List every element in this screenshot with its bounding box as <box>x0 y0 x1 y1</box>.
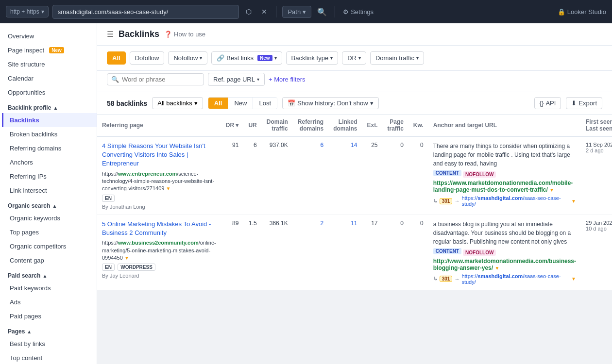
anchor-url: http://www.marketdomonationmedia.com/bus… <box>433 258 576 271</box>
cell-page-traffic: 0 <box>383 136 408 215</box>
cell-domain-traffic: 937.0K <box>262 136 293 215</box>
api-button[interactable]: {} API <box>534 97 561 109</box>
sidebar-item-content-gap[interactable]: Content gap <box>2 253 97 267</box>
redirect-domain[interactable]: smashdigital.com <box>477 273 523 279</box>
col-ext: Ext. <box>362 115 382 136</box>
tab-lost[interactable]: Lost <box>253 98 277 109</box>
sidebar-item-link-intersect[interactable]: Link intersect <box>2 183 97 198</box>
sidebar-item-anchors[interactable]: Anchors <box>2 155 97 169</box>
link-icon: 🔗 <box>217 54 224 62</box>
sidebar-item-referring-ips[interactable]: Referring IPs <box>2 169 97 183</box>
col-referring-domains: Referringdomains <box>293 115 328 136</box>
ref-page-url-filter-button[interactable]: Ref. page URL ▾ <box>208 73 265 86</box>
anchor-tag: NOFOLLOW <box>463 171 496 178</box>
search-icon[interactable]: 🔍 <box>315 5 329 18</box>
col-ur: UR <box>243 115 261 136</box>
url-domain[interactable]: www.entrepreneur.com <box>118 171 177 177</box>
filter-all-button[interactable]: All <box>107 51 126 65</box>
filter-dr-button[interactable]: DR ▾ <box>342 51 366 65</box>
cell-referring-page: 5 Online Marketing Mistakes To Avoid - B… <box>97 215 221 290</box>
filter-domain-traffic-button[interactable]: Domain traffic ▾ <box>370 51 424 65</box>
col-dr[interactable]: DR ▾ <box>221 115 244 136</box>
page-title-link[interactable]: 4 Simple Reasons Your Website Isn't Conv… <box>102 142 216 168</box>
new-badge: New <box>49 47 64 53</box>
show-history-button[interactable]: 📅 Show history: Don't show ▾ <box>282 97 379 109</box>
sidebar-item-ads[interactable]: Ads <box>2 295 97 309</box>
filters-row2: 🔍 Ref. page URL ▾ + More filters <box>97 71 612 92</box>
col-anchor-target-url: Anchor and target URL <box>428 115 581 136</box>
protocol-selector[interactable]: http + https ▾ <box>6 6 49 17</box>
sidebar-item-best-by-links[interactable]: Best by links <box>2 337 97 351</box>
cell-dates: 11 Sep 2022 2 d ago <box>581 136 612 215</box>
sidebar-section-paid-search[interactable]: Paid search ▲ <box>0 267 97 281</box>
sidebar-section-backlink-profile[interactable]: Backlink profile ▲ <box>0 99 97 113</box>
redirect-arrow-icon: → <box>454 198 459 204</box>
collapse-arrow-icon: ▲ <box>52 203 57 209</box>
sidebar-item-organic-keywords[interactable]: Organic keywords <box>2 211 97 225</box>
redirect-domain[interactable]: smashdigital.com <box>477 195 523 201</box>
search-icon: 🔍 <box>111 76 119 83</box>
close-icon[interactable]: ✕ <box>258 6 270 17</box>
cell-referring-domains: 2 <box>293 215 328 290</box>
sidebar-item-site-structure[interactable]: Site structure <box>0 57 97 71</box>
more-filters-button[interactable]: + More filters <box>269 76 306 83</box>
lock-icon: 🔒 <box>558 8 565 16</box>
anchor-url: https://www.marketdomonationmedia.com/mo… <box>433 180 576 193</box>
expand-redirect-icon[interactable]: ▼ <box>571 199 576 204</box>
question-icon: ❓ <box>164 31 172 38</box>
sidebar-item-paid-pages[interactable]: Paid pages <box>2 309 97 323</box>
redirect-row: ↳ 301 → https://smashdigital.com/saas-se… <box>433 273 576 285</box>
sidebar-item-opportunities[interactable]: Opportunities <box>0 85 97 99</box>
sidebar-section-organic-search[interactable]: Organic search ▲ <box>0 198 97 211</box>
export-button[interactable]: ⬇ Export <box>566 97 602 109</box>
chevron-down-icon: ▾ <box>274 55 277 61</box>
sidebar-item-overview[interactable]: Overview <box>0 29 97 43</box>
anchor-tag: NOFOLLOW <box>463 249 496 256</box>
divider <box>335 6 335 17</box>
url-domain[interactable]: www.business2community.com <box>118 240 199 246</box>
new-badge: New <box>257 55 272 61</box>
backlinks-count: 58 backlinks <box>107 99 147 107</box>
lang-tag: EN <box>102 264 115 271</box>
settings-link[interactable]: ⚙ Settings <box>343 8 374 16</box>
sidebar-item-top-pages[interactable]: Top pages <box>2 225 97 239</box>
all-backlinks-dropdown[interactable]: All backlinks ▾ <box>152 97 203 109</box>
expand-redirect-icon[interactable]: ▼ <box>571 276 576 281</box>
redirect-arrow-icon: → <box>454 276 459 282</box>
cell-linked-domains: 14 <box>328 136 362 215</box>
filter-dofollow-button[interactable]: Dofollow <box>130 51 165 65</box>
tab-new[interactable]: New <box>228 98 253 109</box>
looker-studio-link[interactable]: 🔒 Looker Studio <box>558 8 606 16</box>
path-selector[interactable]: Path ▾ <box>282 6 311 18</box>
sidebar-item-referring-domains[interactable]: Referring domains <box>2 141 97 155</box>
cell-dates: 29 Jan 2022 10 d ago <box>581 215 612 290</box>
open-external-icon[interactable]: ⬡ <box>243 6 255 17</box>
chevron-down-icon: ▾ <box>303 8 306 16</box>
anchor-domain[interactable]: www.marketdomonationmedia.com <box>453 180 551 186</box>
sidebar-item-paid-keywords[interactable]: Paid keywords <box>2 281 97 295</box>
page-title-link[interactable]: 5 Online Marketing Mistakes To Avoid - B… <box>102 220 216 237</box>
filter-best-links-button[interactable]: 🔗 Best links New ▾ <box>211 51 282 65</box>
expand-url-icon[interactable]: ▼ <box>166 186 170 191</box>
sidebar-item-calendar[interactable]: Calendar <box>0 71 97 85</box>
sidebar-item-top-content[interactable]: Top content <box>2 351 97 364</box>
filter-nofollow-button[interactable]: Nofollow ▾ <box>168 51 207 65</box>
menu-icon[interactable]: ☰ <box>107 30 114 39</box>
url-input[interactable] <box>52 5 239 19</box>
anchor-domain[interactable]: www.marketdomonationmedia.com <box>449 258 547 265</box>
filter-backlink-type-button[interactable]: Backlink type ▾ <box>286 51 339 65</box>
sidebar-section-pages[interactable]: Pages ▲ <box>0 323 97 337</box>
sidebar-item-page-inspect[interactable]: Page inspect New <box>0 43 97 57</box>
expand-anchor-icon[interactable]: ▼ <box>549 187 554 193</box>
sidebar-item-backlinks[interactable]: Backlinks <box>2 113 97 127</box>
sidebar-item-organic-competitors[interactable]: Organic competitors <box>2 239 97 253</box>
page-header: ☰ Backlinks ❓ How to use <box>97 23 612 46</box>
platform-tag: WORDPRESS <box>118 264 155 271</box>
expand-anchor-icon[interactable]: ▼ <box>494 265 499 271</box>
tab-all[interactable]: All <box>208 98 229 109</box>
sidebar-item-broken-backlinks[interactable]: Broken backlinks <box>2 127 97 141</box>
how-to-use-link[interactable]: ❓ How to use <box>164 31 205 38</box>
expand-url-icon[interactable]: ▼ <box>124 255 129 261</box>
search-input[interactable] <box>122 76 200 83</box>
collapse-arrow-icon: ▲ <box>42 273 47 279</box>
